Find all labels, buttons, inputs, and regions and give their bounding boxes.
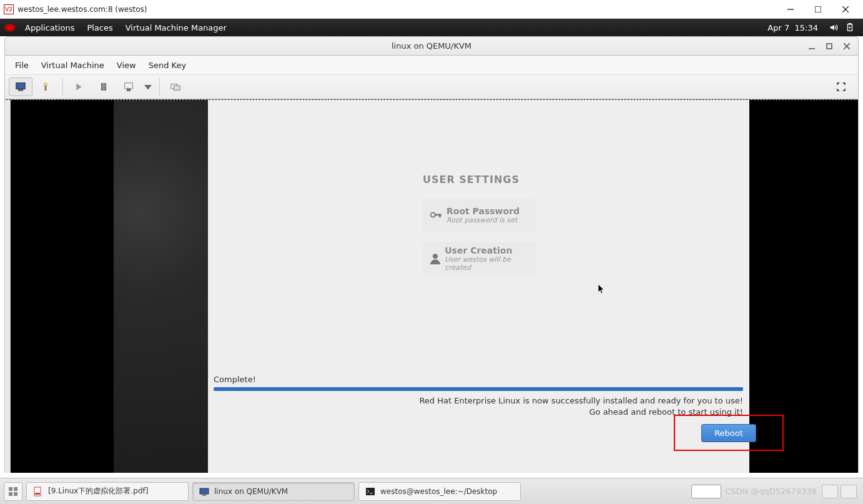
vmm-window-title: linux on QEMU/KVM — [392, 41, 471, 51]
vnc-window-title: westos_lee.westos.com:8 (westos) — [17, 5, 777, 14]
tray-icon-2[interactable] — [841, 485, 857, 498]
svg-rect-27 — [14, 487, 17, 491]
vnc-app-icon: V2 — [4, 4, 14, 14]
places-menu[interactable]: Places — [81, 23, 119, 32]
taskbar-item-pdf[interactable]: [9.Linux下的虚拟化部署.pdf] — [26, 482, 189, 501]
vmm-toolbar — [4, 74, 859, 99]
vmm-close-button[interactable] — [838, 39, 856, 54]
svg-rect-15 — [101, 84, 103, 91]
shutdown-button[interactable] — [117, 77, 141, 96]
gnome-taskbar: [9.Linux下的虚拟化部署.pdf] linux on QEMU/KVM w… — [0, 478, 863, 504]
user-creation-spoke[interactable]: User Creation User westos will be create… — [423, 242, 535, 275]
maximize-button[interactable] — [804, 0, 832, 19]
vmm-minimize-button[interactable] — [803, 39, 821, 54]
taskbar-item-label: westos@westos_lee:~/Desktop — [380, 487, 497, 496]
pdf-icon — [33, 487, 43, 497]
svg-rect-24 — [440, 214, 441, 217]
key-icon — [425, 208, 446, 222]
vnc-titlebar: V2 westos_lee.westos.com:8 (westos) — [0, 0, 863, 19]
gnome-top-panel: Applications Places Virtual Machine Mana… — [0, 19, 863, 36]
svg-rect-33 — [202, 495, 206, 496]
app-menu-virt-manager[interactable]: Virtual Machine Manager — [119, 23, 233, 32]
svg-marker-19 — [144, 85, 152, 90]
svg-rect-16 — [104, 84, 106, 91]
tray-icon-1[interactable] — [822, 485, 838, 498]
svg-rect-10 — [16, 83, 25, 89]
console-button[interactable] — [9, 77, 32, 96]
volume-icon[interactable] — [826, 23, 842, 32]
left-panel-strip — [5, 100, 11, 473]
svg-rect-21 — [174, 86, 180, 90]
toolbar-separator — [62, 78, 63, 96]
root-password-status: Root password is set — [446, 216, 520, 224]
clock-date[interactable]: Apr 7 15:34 — [762, 23, 826, 32]
vm-display[interactable]: USER SETTINGS Root Password Root passwor… — [4, 99, 859, 473]
user-creation-status: User westos will be created — [445, 255, 531, 272]
applications-menu[interactable]: Applications — [19, 23, 81, 32]
letterbox-left — [11, 100, 114, 473]
snapshots-button[interactable] — [164, 77, 187, 96]
menu-file[interactable]: File — [9, 61, 35, 70]
svg-rect-34 — [366, 488, 375, 495]
root-password-spoke[interactable]: Root Password Root password is set — [423, 199, 535, 231]
svg-rect-17 — [125, 83, 133, 89]
tray-indicator[interactable] — [691, 485, 721, 498]
svg-rect-7 — [827, 44, 832, 49]
progress-label: Complete! — [214, 375, 256, 384]
shutdown-menu-button[interactable] — [142, 77, 154, 96]
svg-rect-13 — [45, 86, 46, 90]
user-settings-heading: USER SETTINGS — [423, 174, 520, 185]
toolbar-separator — [159, 78, 160, 96]
taskbar-item-label: [9.Linux下的虚拟化部署.pdf] — [48, 486, 148, 497]
mouse-cursor-icon — [598, 284, 606, 294]
menu-virtual-machine[interactable]: Virtual Machine — [35, 61, 111, 70]
vmm-maximize-button[interactable] — [821, 39, 838, 54]
root-password-title: Root Password — [446, 206, 520, 216]
svg-rect-11 — [18, 90, 22, 91]
taskbar-item-vmm[interactable]: linux on QEMU/KVM — [192, 482, 355, 501]
svg-rect-5 — [849, 23, 851, 24]
svg-rect-31 — [35, 493, 40, 495]
details-button[interactable] — [34, 77, 57, 96]
vmm-menubar: File Virtual Machine View Send Key — [4, 56, 859, 74]
watermark-text: CSDN @qqD52679338 — [725, 487, 822, 496]
anaconda-sidebar — [114, 100, 208, 473]
svg-rect-28 — [9, 492, 12, 496]
menu-send-key[interactable]: Send Key — [142, 61, 192, 70]
minimize-button[interactable] — [777, 0, 804, 19]
svg-rect-32 — [200, 488, 209, 494]
svg-rect-29 — [14, 492, 17, 496]
terminal-icon — [365, 487, 375, 497]
redhat-logo-icon — [5, 24, 15, 31]
taskbar-item-terminal[interactable]: westos@westos_lee:~/Desktop — [358, 482, 521, 501]
svg-rect-26 — [9, 487, 12, 491]
reboot-highlight-box: Reboot — [674, 415, 784, 451]
fullscreen-button[interactable] — [829, 77, 853, 96]
vmm-icon — [199, 487, 209, 497]
user-creation-title: User Creation — [445, 245, 531, 255]
reboot-button[interactable]: Reboot — [701, 424, 756, 442]
close-button[interactable] — [832, 0, 859, 19]
vmm-window-titlebar: linux on QEMU/KVM — [4, 36, 859, 56]
show-desktop-button[interactable] — [4, 482, 22, 501]
run-button[interactable] — [67, 77, 91, 96]
battery-icon[interactable] — [842, 23, 858, 32]
taskbar-item-label: linux on QEMU/KVM — [214, 487, 288, 496]
menu-view[interactable]: View — [111, 61, 142, 70]
svg-marker-14 — [76, 84, 81, 91]
svg-point-12 — [44, 83, 47, 86]
svg-point-25 — [433, 254, 437, 259]
progress-bar — [214, 387, 743, 391]
pause-button[interactable] — [92, 77, 116, 96]
user-icon — [425, 252, 445, 265]
svg-rect-18 — [127, 89, 130, 91]
install-success-message: Red Hat Enterprise Linux is now successf… — [419, 396, 743, 405]
anaconda-screen: USER SETTINGS Root Password Root passwor… — [114, 100, 749, 473]
svg-rect-1 — [815, 6, 821, 12]
